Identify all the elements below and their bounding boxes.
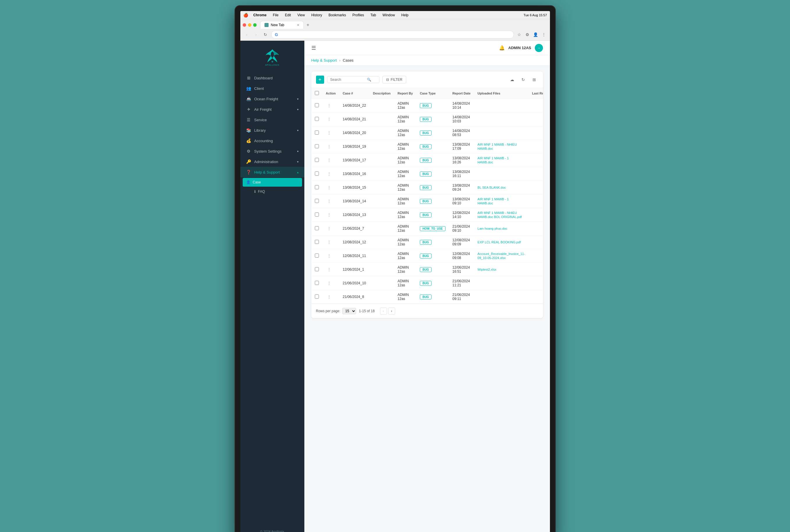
table-row[interactable]: ⋮ 12/08/2024_13 ADMIN 12as BUG 12/08/202… [311, 208, 543, 222]
address-bar[interactable]: G [271, 31, 514, 39]
table-row[interactable]: ⋮ 12/08/2024_12 ADMIN 12as BUG 12/08/202… [311, 235, 543, 249]
row-action-button[interactable]: ⋮ [326, 185, 332, 190]
filter-button[interactable]: ⊟ FILTER [382, 76, 406, 83]
menu-bookmarks[interactable]: Bookmarks [327, 13, 347, 18]
row-checkbox[interactable] [315, 267, 319, 271]
file-link[interactable]: AIR MNF 1 MAWB - NHIEU HAWB.doc BOL ORIG… [477, 211, 522, 218]
file-link[interactable]: Wiptest2.xlsx [477, 268, 496, 271]
fullscreen-window-button[interactable] [253, 23, 257, 27]
row-checkbox[interactable] [315, 199, 319, 203]
minimize-window-button[interactable] [248, 23, 252, 27]
row-checkbox[interactable] [315, 144, 319, 148]
table-row[interactable]: ⋮ 21/06/2024_7 ADMIN 12as HOW_TO_USE 21/… [311, 222, 543, 235]
row-checkbox[interactable] [315, 117, 319, 121]
sidebar-subitem-case[interactable]: 👤 Case [243, 178, 302, 187]
sidebar-item-air-freight[interactable]: ✈ Air Freight ▾ [240, 104, 305, 115]
file-link[interactable]: AIR MNF 1 MAWB - 1 HAWB.doc [477, 156, 509, 164]
file-link[interactable]: AIR MNF 1 MAWB - NHIEU HAWB.doc [477, 143, 517, 150]
file-link[interactable]: BL SEA BLANK.doc [477, 186, 506, 189]
add-case-button[interactable]: + [316, 76, 324, 84]
row-checkbox[interactable] [315, 281, 319, 285]
file-link[interactable]: EXP LCL REAL BOOKING.pdf [477, 241, 521, 244]
table-row[interactable]: ⋮ 13/08/2024_16 ADMIN 12as BUG 13/08/202… [311, 167, 543, 181]
file-link[interactable]: AIR MNF 1 MAWB - 1 HAWB.doc [477, 197, 509, 205]
settings-icon[interactable]: ⚙ [524, 32, 531, 38]
table-row[interactable]: ⋮ 12/06/2024_1 ADMIN 12as BUG 12/06/2024… [311, 263, 543, 277]
cloud-icon[interactable]: ☁ [508, 76, 516, 84]
row-checkbox[interactable] [315, 212, 319, 216]
menu-edit[interactable]: Edit [284, 13, 292, 18]
logout-button[interactable]: → [535, 44, 543, 52]
row-action-button[interactable]: ⋮ [326, 267, 332, 272]
row-action-button[interactable]: ⋮ [326, 116, 332, 122]
close-window-button[interactable] [243, 23, 246, 27]
menu-chrome[interactable]: Chrome [252, 13, 268, 18]
columns-icon[interactable]: ⊞ [530, 76, 538, 84]
search-box[interactable]: 🔍 [327, 76, 380, 83]
profile-icon[interactable]: 👤 [532, 32, 539, 38]
rows-per-page-select[interactable]: 15 25 50 [342, 308, 356, 314]
menu-history[interactable]: History [310, 13, 323, 18]
sidebar-subitem-faq[interactable]: ℹ FAQ [240, 187, 305, 196]
sidebar-item-help-support[interactable]: ❓ Help & Support ▴ [240, 167, 305, 177]
sidebar-item-dashboard[interactable]: ⊞ Dashboard [240, 73, 305, 83]
back-button[interactable]: ‹ [243, 31, 250, 38]
breadcrumb-parent[interactable]: Help & Support [311, 58, 337, 62]
table-row[interactable]: ⋮ 13/08/2024_19 ADMIN 12as BUG 13/08/202… [311, 140, 543, 153]
row-checkbox[interactable] [315, 294, 319, 299]
row-action-button[interactable]: ⋮ [326, 212, 332, 218]
reload-button[interactable]: ↻ [262, 31, 269, 38]
row-checkbox[interactable] [315, 103, 319, 107]
row-checkbox[interactable] [315, 226, 319, 230]
file-link[interactable]: Lam hoang phuc.doc [477, 227, 508, 230]
row-action-button[interactable]: ⋮ [326, 130, 332, 136]
table-row[interactable]: ⋮ 13/08/2024_14 ADMIN 12as BUG 13/08/202… [311, 194, 543, 208]
table-row[interactable]: ⋮ 14/08/2024_20 ADMIN 12as BUG 14/08/202… [311, 126, 543, 140]
row-action-button[interactable]: ⋮ [326, 280, 332, 286]
menu-help[interactable]: Help [400, 13, 410, 18]
row-checkbox[interactable] [315, 185, 319, 189]
browser-tab[interactable]: New Tab ✕ [260, 21, 304, 29]
menu-file[interactable]: File [272, 13, 280, 18]
menu-profiles[interactable]: Profiles [351, 13, 365, 18]
row-action-button[interactable]: ⋮ [326, 102, 332, 109]
tab-close-button[interactable]: ✕ [297, 23, 299, 27]
sidebar-item-ocean-freight[interactable]: 🚢 Ocean Freight ▾ [240, 94, 305, 104]
table-row[interactable]: ⋮ 12/08/2024_11 ADMIN 12as BUG 12/08/202… [311, 249, 543, 263]
sidebar-item-system-settings[interactable]: ⚙ System Settings ▾ [240, 146, 305, 156]
table-row[interactable]: ⋮ 21/06/2024_10 ADMIN 12as BUG 21/06/202… [311, 277, 543, 290]
sidebar-item-accounting[interactable]: 💰 Accounting [240, 135, 305, 146]
row-action-button[interactable]: ⋮ [326, 157, 332, 163]
table-row[interactable]: ⋮ 21/06/2024_8 ADMIN 12as BUG 21/06/2024… [311, 290, 543, 304]
bookmark-icon[interactable]: ☆ [516, 32, 522, 38]
row-action-button[interactable]: ⋮ [326, 239, 332, 245]
row-checkbox[interactable] [315, 131, 319, 135]
url-input[interactable] [280, 33, 510, 37]
row-checkbox[interactable] [315, 253, 319, 258]
sidebar-item-administration[interactable]: 🔑 Administration ▾ [240, 156, 305, 167]
table-row[interactable]: ⋮ 13/08/2024_15 ADMIN 12as BUG 13/08/202… [311, 181, 543, 194]
select-all-checkbox[interactable] [315, 91, 319, 95]
row-checkbox[interactable] [315, 158, 319, 162]
forward-button[interactable]: › [253, 31, 260, 38]
next-page-button[interactable]: › [388, 308, 395, 315]
row-action-button[interactable]: ⋮ [326, 144, 332, 149]
sidebar-item-library[interactable]: 📚 Library ▾ [240, 125, 305, 135]
menu-tab[interactable]: Tab [369, 13, 377, 18]
table-row[interactable]: ⋮ 14/08/2024_21 ADMIN 12as BUG 14/08/202… [311, 113, 543, 126]
table-row[interactable]: ⋮ 14/08/2024_22 ADMIN 12as BUG 14/08/202… [311, 99, 543, 113]
menu-window[interactable]: Window [381, 13, 396, 18]
hamburger-button[interactable]: ☰ [311, 45, 316, 51]
file-link[interactable]: Account_Receivable_Invoice_11-09_10-05-2… [477, 252, 525, 260]
menu-view[interactable]: View [296, 13, 306, 18]
row-action-button[interactable]: ⋮ [326, 253, 332, 259]
row-action-button[interactable]: ⋮ [326, 294, 332, 300]
new-tab-button[interactable]: + [305, 22, 311, 27]
table-row[interactable]: ⋮ 13/08/2024_17 ADMIN 12as BUG 13/08/202… [311, 153, 543, 167]
sidebar-item-client[interactable]: 👥 Client [240, 83, 305, 94]
row-action-button[interactable]: ⋮ [326, 226, 332, 231]
search-input[interactable] [330, 78, 365, 82]
refresh-icon[interactable]: ↻ [519, 76, 527, 84]
row-checkbox[interactable] [315, 240, 319, 244]
row-action-button[interactable]: ⋮ [326, 171, 332, 177]
